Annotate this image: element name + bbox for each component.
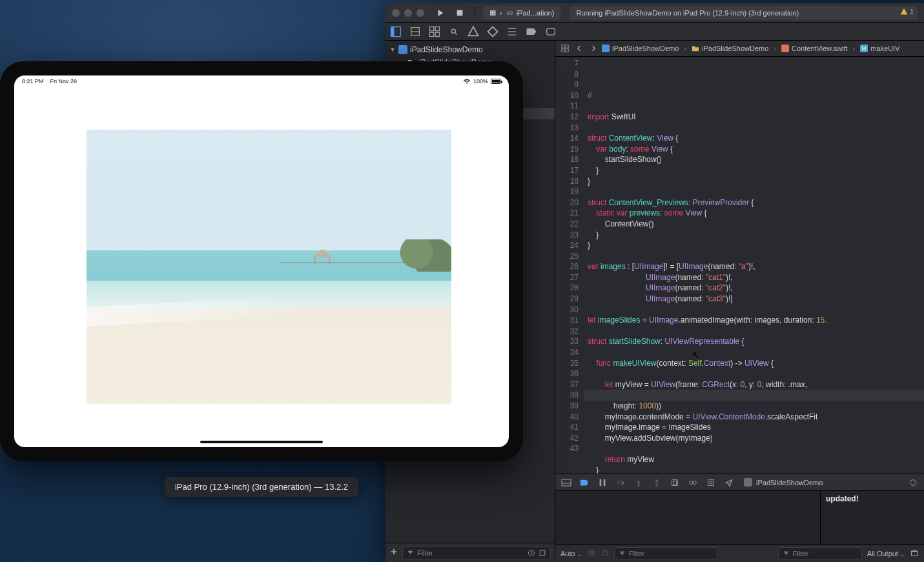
svg-rect-0	[457, 10, 463, 15]
svg-rect-16	[566, 49, 568, 52]
jump-crumb-2[interactable]: ContentView.swift	[771, 45, 847, 52]
breakpoint-navigator-tab[interactable]	[525, 25, 538, 38]
svg-text:M: M	[862, 45, 867, 52]
debug-footer: Auto ⌄ Filter Filter All Output ⌄	[555, 544, 924, 562]
svg-rect-2	[391, 26, 395, 36]
variables-filter[interactable]: Filter	[614, 547, 717, 560]
navigator-filter[interactable]: Filter	[402, 547, 551, 559]
test-navigator-tab[interactable]	[486, 25, 499, 38]
project-root-row[interactable]: ▼ iPadSlideShowDemo	[385, 43, 555, 56]
find-navigator-tab[interactable]	[447, 25, 460, 38]
svg-rect-15	[562, 49, 564, 52]
svg-rect-5	[435, 26, 439, 30]
step-over-button[interactable]	[615, 477, 626, 488]
forward-button[interactable]	[588, 43, 599, 54]
clear-console-icon[interactable]	[910, 548, 919, 559]
xcode-titlebar: ▦ › ▭ iPad...ation) Running iPadSlideSho…	[385, 3, 924, 23]
debug-process-crumb[interactable]: iPadSlideShowDemo	[744, 478, 901, 487]
run-button[interactable]	[433, 6, 447, 20]
simulate-location-button[interactable]	[723, 477, 735, 488]
scheme-selector[interactable]: ▦ › ▭ iPad...ation)	[483, 6, 560, 20]
jump-crumb-0[interactable]: iPadSlideShowDemo	[602, 45, 679, 52]
debug-options-icon[interactable]	[907, 477, 919, 488]
svg-rect-4	[430, 26, 434, 30]
stop-button[interactable]	[453, 6, 467, 20]
environment-overrides-button[interactable]	[705, 477, 717, 488]
source-control-navigator-tab[interactable]	[409, 25, 422, 38]
svg-rect-27	[673, 481, 676, 484]
scheme-app-icon: ▦	[489, 8, 496, 17]
navigator-footer: Filter	[385, 543, 555, 562]
related-items-icon[interactable]	[559, 43, 571, 54]
project-icon	[398, 45, 407, 54]
console-output-mode[interactable]: All Output ⌄	[867, 550, 905, 557]
svg-rect-30	[708, 479, 714, 485]
editor-pane: iPadSlideShowDemo iPadSlideShowDemo Cont…	[555, 41, 924, 562]
svg-rect-7	[435, 32, 439, 36]
warnings-badge[interactable]: 1	[900, 8, 914, 15]
variables-scope[interactable]: Auto ⌄	[560, 550, 582, 557]
jump-bar[interactable]: iPadSlideShowDemo iPadSlideShowDemo Cont…	[555, 41, 924, 57]
ios-simulator-window: 8:21 PM Fri Nov 29 100%	[0, 61, 523, 497]
jump-crumb-1[interactable]: iPadSlideShowDemo	[681, 45, 768, 52]
debug-navigator-tab[interactable]	[506, 25, 518, 38]
close-window[interactable]	[392, 9, 400, 17]
project-navigator-tab[interactable]	[389, 25, 402, 38]
ipad-bezel: 8:21 PM Fri Nov 29 100%	[0, 61, 523, 461]
activity-text: Running iPadSlideShowDemo on iPad Pro (1…	[576, 9, 799, 17]
back-button[interactable]	[573, 43, 585, 54]
minimize-window[interactable]	[404, 9, 412, 17]
svg-rect-21	[562, 479, 571, 486]
console-pane[interactable]: updated!	[821, 491, 924, 544]
clock-icon[interactable]	[528, 549, 535, 557]
status-date: Fri Nov 29	[50, 78, 77, 85]
svg-rect-31	[744, 478, 752, 487]
debug-area: iPadSlideShowDemo updated! Auto ⌄	[555, 474, 924, 562]
window-controls	[392, 9, 424, 17]
quicklook-icon[interactable]	[587, 550, 596, 557]
project-name: iPadSlideShowDemo	[410, 45, 483, 54]
svg-rect-12	[540, 550, 545, 556]
wifi-icon	[463, 79, 471, 85]
code-content[interactable]: ↖ // import SwiftUI struct ContentView: …	[584, 57, 924, 474]
svg-point-25	[656, 485, 657, 486]
simulator-device-label: iPad Pro (12.9-inch) (3rd generation) — …	[165, 477, 358, 497]
console-filter[interactable]: Filter	[778, 547, 862, 560]
issue-navigator-tab[interactable]	[467, 25, 480, 38]
console-output: updated!	[826, 494, 859, 503]
add-file-button[interactable]	[389, 547, 398, 558]
scm-filter-icon[interactable]	[539, 549, 546, 557]
svg-rect-23	[604, 479, 606, 486]
hide-debug-icon[interactable]	[560, 477, 572, 488]
scheme-device-icon: ▭	[506, 8, 513, 17]
jump-crumb-3[interactable]: MmakeUIV	[850, 45, 900, 52]
slideshow-image	[87, 130, 451, 404]
svg-point-28	[690, 481, 693, 484]
symbol-navigator-tab[interactable]	[428, 25, 441, 38]
svg-point-33	[590, 552, 593, 554]
debug-toolbar: iPadSlideShowDemo	[555, 474, 924, 491]
scheme-label: iPad...ation)	[517, 9, 555, 17]
zoom-window[interactable]	[416, 9, 424, 17]
ipad-screen[interactable]: 8:21 PM Fri Nov 29 100%	[14, 75, 509, 447]
debug-memory-button[interactable]	[687, 477, 699, 488]
svg-rect-17	[602, 45, 610, 52]
svg-rect-14	[566, 45, 568, 48]
step-out-button[interactable]	[651, 477, 662, 488]
step-into-button[interactable]	[633, 477, 644, 488]
continue-button[interactable]	[597, 477, 608, 488]
svg-rect-10	[398, 45, 407, 54]
svg-rect-35	[912, 551, 918, 556]
variables-pane[interactable]	[555, 491, 821, 544]
home-indicator[interactable]	[200, 441, 323, 443]
code-editor[interactable]: 7891011121314151617181920212223242526272…	[555, 57, 924, 474]
svg-point-29	[693, 481, 696, 484]
battery-icon	[491, 79, 501, 84]
breakpoints-toggle[interactable]	[579, 477, 590, 488]
print-description-icon[interactable]	[601, 549, 609, 558]
debug-view-hierarchy-button[interactable]	[669, 477, 681, 488]
battery-pct: 100%	[473, 78, 488, 85]
report-navigator-tab[interactable]	[544, 25, 557, 38]
warning-count: 1	[910, 8, 914, 15]
svg-rect-6	[430, 32, 434, 36]
